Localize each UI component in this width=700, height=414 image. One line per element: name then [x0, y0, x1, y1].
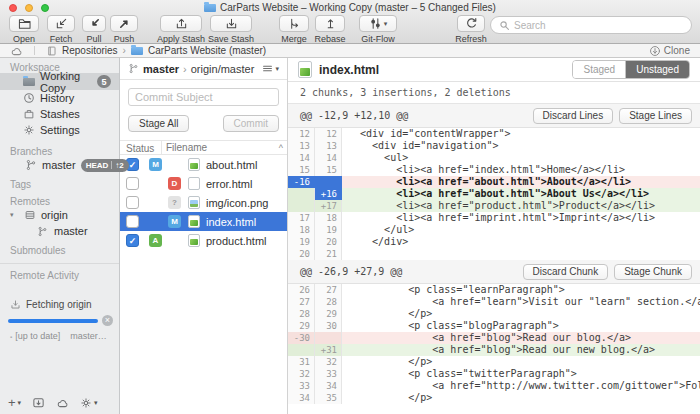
sort-ascending-icon[interactable]	[279, 142, 283, 153]
file-row[interactable]: M index.html	[120, 212, 287, 231]
merge-button[interactable]: Merge	[276, 15, 312, 44]
diff-line[interactable]: 33 34 <a href="http://www.twitter.com/gi…	[288, 380, 700, 392]
sidebar-item-history[interactable]: History	[0, 90, 119, 106]
unstaged-segment[interactable]: Unstaged	[626, 61, 689, 78]
stage-button[interactable]: Stage Lines	[619, 108, 692, 124]
old-line-number: 26	[288, 284, 315, 296]
pull-button[interactable]: Pull	[80, 15, 108, 44]
diff-summary: 2 chunks, 3 insertions, 2 deletions	[288, 82, 700, 104]
stage-checkbox[interactable]	[126, 234, 139, 247]
fetch-activity-icon	[10, 299, 21, 310]
new-line-number: 35	[315, 392, 342, 404]
save-stash-button[interactable]: Save Stash	[206, 15, 256, 44]
old-line-number: 17	[288, 212, 315, 224]
diff-line[interactable]: 14 14 <ul>	[288, 152, 700, 164]
current-branch[interactable]: master	[143, 63, 179, 75]
file-icon	[188, 234, 200, 247]
status-column-header[interactable]: Status	[120, 141, 162, 154]
diff-line-content: <div id="navigation">	[342, 140, 700, 152]
diff-line-content: <a href="blog">Read our new blog.</a>	[342, 344, 700, 356]
breadcrumb-current-repo[interactable]: CarParts Website (master)	[148, 45, 266, 56]
diff-line[interactable]: 15 15 <li><a href="index.html">Home</a><…	[288, 164, 700, 176]
diff-line[interactable]: 34 35 </p>	[288, 392, 700, 404]
commit-subject-input[interactable]	[128, 88, 279, 106]
diff-chunks: @@ -12,9 +12,10 @@ Discard Lines Stage L…	[288, 104, 700, 404]
git-flow-button[interactable]: Git-Flow	[354, 15, 402, 44]
breadcrumb-repositories[interactable]: Repositories	[62, 45, 118, 56]
sidebar-item-branch-master[interactable]: master HEAD ↑2	[0, 157, 119, 173]
search-field[interactable]	[490, 16, 692, 34]
stage-checkbox[interactable]	[126, 215, 139, 228]
stage-checkbox[interactable]	[126, 196, 139, 209]
diff-line[interactable]: -16 <li><a href="about.html">About</a></…	[288, 176, 700, 188]
stage-checkbox[interactable]	[126, 177, 139, 190]
cloud-services-button[interactable]	[56, 397, 69, 408]
diff-line[interactable]: 31 32 </p>	[288, 356, 700, 368]
stage-button[interactable]: Stage Chunk	[614, 264, 692, 280]
diff-line[interactable]: 28 29 </p>	[288, 308, 700, 320]
sidebar-footer	[8, 395, 98, 410]
upstream-branch[interactable]: origin/master	[191, 63, 255, 75]
sidebar-item-settings[interactable]: Settings	[0, 122, 119, 138]
new-line-number: +31	[315, 344, 342, 356]
diff-line[interactable]: 13 13 <div id="navigation">	[288, 140, 700, 152]
diff-line[interactable]: +16 <li><a href="about.html">About Us</a…	[288, 188, 700, 200]
sidebar-item-working-copy[interactable]: Working Copy 5	[0, 73, 119, 90]
file-row[interactable]: M about.html	[120, 155, 287, 174]
apply-stash-button[interactable]: Apply Stash	[156, 15, 206, 44]
diff-line[interactable]: +31 <a href="blog">Read our new blog.</a…	[288, 344, 700, 356]
sidebar-item-origin[interactable]: ▾ origin	[0, 207, 119, 223]
refresh-button[interactable]: Refresh	[450, 15, 492, 44]
diff-line[interactable]: 26 27 <p class="learnParagraph">	[288, 284, 700, 296]
commit-button[interactable]: Commit	[223, 115, 279, 132]
search-input[interactable]	[514, 20, 683, 31]
diff-line[interactable]: 17 18 <li><a href="imprint.html">Imprint…	[288, 212, 700, 224]
branch-separator: ›	[183, 63, 187, 75]
repositories-icon	[46, 45, 57, 57]
toolbar: Open Fetch Pull Push Apply Stash Save St…	[0, 15, 700, 44]
old-line-number: 32	[288, 368, 315, 380]
diff-line[interactable]: 32 33 <p class="twitterParagraph">	[288, 368, 700, 380]
cancel-fetch-button[interactable]	[102, 315, 113, 326]
open-button[interactable]: Open	[4, 15, 44, 44]
discard-button[interactable]: Discard Chunk	[523, 264, 609, 280]
list-menu-button[interactable]	[262, 63, 279, 74]
remotes-header: Remotes	[0, 196, 119, 207]
old-line-number: -30	[288, 332, 315, 344]
discard-button[interactable]: Discard Lines	[533, 108, 614, 124]
diff-line[interactable]: +17 <li><a href="product.html">Product</…	[288, 200, 700, 212]
stage-all-button[interactable]: Stage All	[128, 115, 189, 132]
clone-button[interactable]: Clone	[649, 45, 690, 57]
filename-column-header[interactable]: Filename	[166, 142, 207, 153]
file-row[interactable]: ? img/icon.png	[120, 193, 287, 212]
diff-line-content: <li><a href="index.html">Home</a></li>	[342, 164, 700, 176]
push-button[interactable]: Push	[108, 15, 140, 44]
staged-segment[interactable]: Staged	[573, 61, 626, 78]
diff-line[interactable]: 18 19 </ul>	[288, 224, 700, 236]
diff-line-content: <li><a href="imprint.html">Imprint</a></…	[342, 212, 700, 224]
diff-line[interactable]: 12 12 <div id="contentWrapper">	[288, 128, 700, 140]
file-name: error.html	[206, 178, 252, 190]
diff-line[interactable]: 27 28 <a href="learn">Visit our "learn" …	[288, 296, 700, 308]
fetch-button[interactable]: Fetch	[44, 15, 78, 44]
diff-line[interactable]: 29 30 <p class="blogParagraph">	[288, 320, 700, 332]
rebase-button[interactable]: Rebase	[312, 15, 348, 44]
sidebar-item-origin-master[interactable]: master	[0, 223, 119, 239]
old-line-number: 33	[288, 380, 315, 392]
open-icon	[18, 18, 31, 30]
file-row[interactable]: A product.html	[120, 231, 287, 250]
folder-icon	[204, 4, 216, 12]
add-repository-button[interactable]	[8, 395, 21, 410]
diff-line[interactable]: 20 21	[288, 248, 700, 260]
settings-gear-button[interactable]	[80, 397, 98, 409]
sidebar-item-stashes[interactable]: Stashes	[0, 106, 119, 122]
sidebar: Workspace Working Copy 5 History Stashes…	[0, 58, 120, 414]
diff-line[interactable]: 19 20 </div>	[288, 236, 700, 248]
file-row[interactable]: D error.html	[120, 174, 287, 193]
repo-folder-icon	[131, 47, 143, 55]
disclosure-triangle-icon[interactable]: ▾	[10, 211, 18, 219]
tray-icon-button[interactable]	[32, 396, 45, 409]
merge-icon	[288, 17, 301, 30]
diff-line[interactable]: -30 <a href="blog">Read our blog.</a>	[288, 332, 700, 344]
new-line-number	[315, 176, 342, 188]
